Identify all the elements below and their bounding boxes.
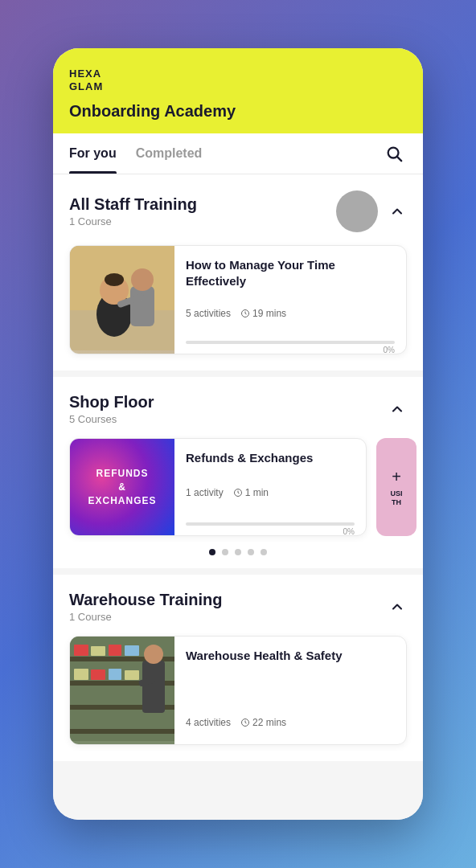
svg-rect-16 <box>70 729 174 734</box>
section-all-staff-header: All Staff Training 1 Course <box>53 174 423 235</box>
svg-rect-24 <box>125 670 139 680</box>
section-shop-floor-title: Shop Floor <box>69 393 154 411</box>
course-activities-time: 5 activities <box>186 308 231 319</box>
collapse-warehouse-button[interactable] <box>388 597 407 616</box>
svg-point-6 <box>105 273 124 286</box>
tab-for-you[interactable]: For you <box>69 133 117 174</box>
chevron-up-icon <box>389 203 405 219</box>
svg-rect-21 <box>74 669 88 680</box>
course-duration-time: 19 mins <box>240 308 286 319</box>
peek-text: USITH <box>390 489 402 507</box>
course-duration-refunds: 1 min <box>233 487 269 498</box>
svg-rect-22 <box>91 669 105 680</box>
svg-rect-18 <box>91 646 105 656</box>
svg-rect-25 <box>142 661 165 713</box>
search-button[interactable] <box>381 141 407 166</box>
logo: HEXA GLAM <box>69 68 407 92</box>
course-card-refunds[interactable]: REFUNDS&EXCHANGES Refunds & Exchanges 1 … <box>69 438 367 536</box>
svg-point-8 <box>131 268 154 291</box>
svg-rect-17 <box>74 645 88 656</box>
tab-completed[interactable]: Completed <box>136 133 203 174</box>
course-thumb-refunds: REFUNDS&EXCHANGES <box>70 439 174 535</box>
course-card-warehouse[interactable]: Warehouse Health & Safety 4 activities 2… <box>69 636 407 745</box>
chevron-up-icon-2 <box>389 401 405 417</box>
section-warehouse-header: Warehouse Training 1 Course <box>53 575 423 626</box>
progress-bar-time: 0% <box>186 341 395 344</box>
carousel-dots <box>53 542 423 568</box>
clock-icon <box>240 309 250 318</box>
course-meta-warehouse: 4 activities 22 mins <box>186 717 395 728</box>
svg-line-1 <box>397 157 401 161</box>
section-all-staff-title: All Staff Training <box>69 195 197 214</box>
peek-card: + USITH <box>376 438 416 536</box>
svg-rect-23 <box>109 669 121 680</box>
course-title-time: How to Manage Your Time Effectively <box>186 257 395 290</box>
warehouse-courses: Warehouse Health & Safety 4 activities 2… <box>53 626 423 761</box>
course-duration-warehouse: 22 mins <box>240 717 286 728</box>
course-title-refunds: Refunds & Exchanges <box>186 450 355 466</box>
course-thumb-warehouse <box>70 637 174 744</box>
warehouse-illustration <box>70 637 174 741</box>
course-meta-time: 5 activities 19 mins <box>186 308 395 319</box>
section-all-staff: All Staff Training 1 Course <box>53 174 423 371</box>
section-all-staff-subtitle: 1 Course <box>69 215 197 227</box>
search-icon <box>385 145 403 162</box>
shop-floor-courses: REFUNDS&EXCHANGES Refunds & Exchanges 1 … <box>53 428 423 542</box>
header: HEXA GLAM Onboarding Academy <box>53 48 423 133</box>
phone-card: HEXA GLAM Onboarding Academy For you Com… <box>53 48 423 820</box>
svg-rect-7 <box>130 286 154 326</box>
course-thumb-salon <box>70 246 174 354</box>
chevron-up-icon-3 <box>389 599 405 615</box>
avatar <box>336 190 378 232</box>
svg-rect-20 <box>125 645 139 656</box>
logo-text: HEXA GLAM <box>69 68 103 92</box>
dot-3[interactable] <box>235 549 241 555</box>
section-shop-floor: Shop Floor 5 Courses REFUNDS&EXCHANGES <box>53 377 423 568</box>
section-warehouse-title: Warehouse Training <box>69 591 222 609</box>
section-warehouse: Warehouse Training 1 Course <box>53 575 423 761</box>
section-shop-floor-subtitle: 5 Courses <box>69 413 154 425</box>
tabs-row: For you Completed <box>53 133 423 174</box>
svg-rect-19 <box>109 645 121 656</box>
section-warehouse-subtitle: 1 Course <box>69 611 222 623</box>
clock-icon-2 <box>233 488 243 497</box>
progress-bar-refunds: 0% <box>186 522 355 526</box>
dot-5[interactable] <box>261 549 267 555</box>
salon-illustration <box>70 246 174 350</box>
section-shop-floor-header: Shop Floor 5 Courses <box>53 377 423 428</box>
course-card-time-management[interactable]: How to Manage Your Time Effectively 5 ac… <box>69 245 407 354</box>
collapse-all-staff-button[interactable] <box>388 202 407 221</box>
header-title: Onboarding Academy <box>69 102 407 121</box>
course-title-warehouse: Warehouse Health & Safety <box>186 648 395 664</box>
all-staff-courses: How to Manage Your Time Effectively 5 ac… <box>53 235 423 371</box>
peek-plus: + <box>392 468 401 486</box>
svg-point-26 <box>144 645 163 664</box>
dot-2[interactable] <box>222 549 228 555</box>
progress-label-time: 0% <box>384 346 395 354</box>
dot-1[interactable] <box>209 549 215 555</box>
content-area: All Staff Training 1 Course <box>53 174 423 820</box>
clock-icon-3 <box>240 718 250 727</box>
course-activities-refunds: 1 activity <box>186 487 224 498</box>
course-activities-warehouse: 4 activities <box>186 717 231 728</box>
collapse-shop-floor-button[interactable] <box>388 399 407 419</box>
dot-4[interactable] <box>248 549 254 555</box>
course-meta-refunds: 1 activity 1 min <box>186 487 355 498</box>
progress-label-refunds: 0% <box>343 527 355 536</box>
